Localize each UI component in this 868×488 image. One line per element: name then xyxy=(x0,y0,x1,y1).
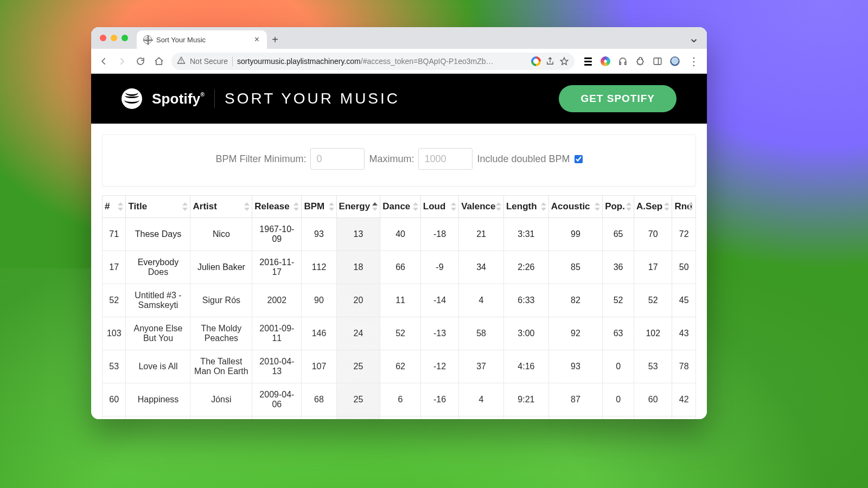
cell: 0 xyxy=(603,383,634,416)
svg-rect-0 xyxy=(654,58,661,65)
cell: 66 xyxy=(380,251,421,284)
cell: -16 xyxy=(420,383,458,416)
browser-window: Sort Your Music × + ⌄ Not Secure sortyou… xyxy=(91,27,707,419)
cell: 24 xyxy=(336,317,380,350)
share-icon[interactable] xyxy=(545,56,555,66)
cell: 4:16 xyxy=(503,350,548,383)
nav-back-button[interactable] xyxy=(98,55,110,67)
cell: 52 xyxy=(103,284,126,317)
bookmark-star-icon[interactable] xyxy=(559,56,569,66)
cell: Happiness xyxy=(126,383,190,416)
cell: 99 xyxy=(548,218,602,251)
side-panel-button[interactable] xyxy=(653,56,662,66)
cell: 26 xyxy=(336,416,380,420)
cell: 85 xyxy=(548,251,602,284)
address-bar[interactable]: Not Secure sortyourmusic.playlistmachine… xyxy=(171,53,575,70)
browser-tab[interactable]: Sort Your Music × xyxy=(137,30,267,49)
window-maximize-button[interactable] xyxy=(122,35,128,41)
cell: 86 xyxy=(672,416,696,420)
cell: Love is All xyxy=(126,350,190,383)
google-icon[interactable] xyxy=(531,56,541,66)
column-header[interactable]: Acoustic xyxy=(548,196,602,218)
column-header[interactable]: Energy xyxy=(336,196,380,218)
cell: 52 xyxy=(634,284,672,317)
extension-loom-icon[interactable] xyxy=(601,56,610,66)
get-spotify-button[interactable]: GET SPOTIFY xyxy=(559,85,676,112)
cell: 146 xyxy=(302,317,336,350)
cell: Jónsi xyxy=(190,383,252,416)
home-button[interactable] xyxy=(153,55,165,67)
tabs-overflow-button[interactable]: ⌄ xyxy=(688,27,699,49)
cell: 20 xyxy=(336,284,380,317)
nav-forward-button[interactable] xyxy=(116,55,128,67)
cell: 52 xyxy=(380,317,421,350)
include-doubled-checkbox[interactable] xyxy=(575,155,583,163)
table-row[interactable]: 71These DaysNico1967-10-09931340-18213:3… xyxy=(103,218,696,251)
cell: 53 xyxy=(634,350,672,383)
cell: 36 xyxy=(603,251,634,284)
table-row[interactable]: 53Love is AllThe Tallest Man On Earth201… xyxy=(103,350,696,383)
column-header[interactable]: Length xyxy=(503,196,548,218)
table-row[interactable]: 18FuneralPhoebe Bridgers2017-09-22172262… xyxy=(103,416,696,420)
bpm-min-input[interactable] xyxy=(310,148,365,170)
browser-menu-button[interactable]: ⋮ xyxy=(687,55,700,68)
table-row[interactable]: 17Everybody DoesJulien Baker2016-11-1711… xyxy=(103,251,696,284)
cell: 18 xyxy=(634,416,672,420)
column-header[interactable]: Rnd xyxy=(672,196,696,218)
new-tab-button[interactable]: + xyxy=(267,30,283,49)
table-row[interactable]: 60HappinessJónsi2009-04-0668256-1649:218… xyxy=(103,383,696,416)
tab-close-button[interactable]: × xyxy=(253,35,260,44)
cell: 3:31 xyxy=(503,218,548,251)
column-header[interactable]: Dance xyxy=(380,196,421,218)
window-close-button[interactable] xyxy=(100,35,106,41)
column-header[interactable]: A.Sep xyxy=(634,196,672,218)
extension-headphones-icon[interactable] xyxy=(618,56,628,66)
reload-button[interactable] xyxy=(135,55,146,67)
cell: 103 xyxy=(103,317,126,350)
brand-name: Spotify® xyxy=(152,91,205,107)
cell: 87 xyxy=(548,383,602,416)
bpm-max-input[interactable] xyxy=(418,148,473,170)
table-row[interactable]: 52Untitled #3 - SamskeytiSigur Rós200290… xyxy=(103,284,696,317)
cell: 21 xyxy=(459,218,504,251)
extensions-button[interactable] xyxy=(635,56,645,66)
cell: Funeral xyxy=(126,416,190,420)
profile-avatar[interactable] xyxy=(670,56,680,66)
cell: 63 xyxy=(603,317,634,350)
not-secure-label: Not Secure xyxy=(190,57,228,66)
column-header[interactable]: Artist xyxy=(190,196,252,218)
cell: 60 xyxy=(634,383,672,416)
column-header[interactable]: Loud xyxy=(420,196,458,218)
column-header[interactable]: Valence xyxy=(459,196,504,218)
cell: Untitled #3 - Samskeyti xyxy=(126,284,190,317)
table-row[interactable]: 103Anyone Else But YouThe Moldy Peaches2… xyxy=(103,317,696,350)
spotify-logo-icon xyxy=(122,88,142,109)
cell: 62 xyxy=(380,350,421,383)
cell: Anyone Else But You xyxy=(126,317,190,350)
cell: 37 xyxy=(459,350,504,383)
cell: 6:33 xyxy=(503,284,548,317)
cell: 107 xyxy=(302,350,336,383)
include-doubled-label: Include doubled BPM xyxy=(477,153,570,165)
cell: 18 xyxy=(103,416,126,420)
cell: 93 xyxy=(548,350,602,383)
cell: 31 xyxy=(459,416,504,420)
cell: 52 xyxy=(603,284,634,317)
not-secure-icon xyxy=(177,56,186,66)
column-header[interactable]: BPM xyxy=(302,196,336,218)
cell: 82 xyxy=(548,284,602,317)
cell: 92 xyxy=(548,317,602,350)
cell: 22 xyxy=(380,416,421,420)
browser-toolbar: Not Secure sortyourmusic.playlistmachine… xyxy=(91,49,707,74)
column-header[interactable]: Release xyxy=(252,196,302,218)
column-header[interactable]: Title xyxy=(126,196,190,218)
column-header[interactable]: # xyxy=(103,196,126,218)
tab-strip: Sort Your Music × + ⌄ xyxy=(91,27,707,49)
extension-buffer-icon[interactable] xyxy=(583,56,593,66)
cell: Everybody Does xyxy=(126,251,190,284)
cell: -12 xyxy=(420,350,458,383)
window-minimize-button[interactable] xyxy=(111,35,117,41)
cell: 2002 xyxy=(252,284,302,317)
column-header[interactable]: Pop. xyxy=(603,196,634,218)
globe-icon xyxy=(143,35,152,44)
